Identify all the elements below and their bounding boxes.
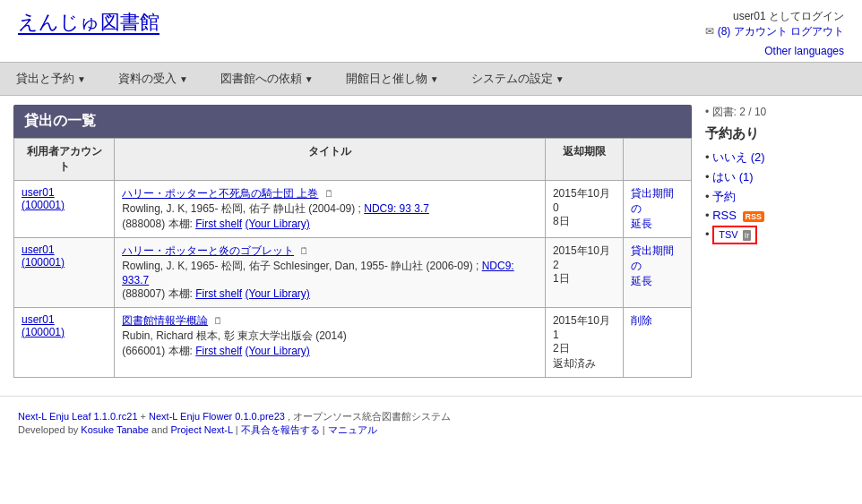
user-link-1[interactable]: user01: [22, 186, 55, 199]
footer-developed-by: Developed by: [18, 424, 81, 435]
book-icon-1: 🗒: [324, 188, 334, 199]
nav-arrow-settings: ▼: [556, 74, 565, 84]
user-id-link-1[interactable]: (100001): [22, 199, 65, 211]
cell-user-3: user01 (100001): [14, 308, 115, 378]
sidebar-counter: 図書: 2 / 10: [705, 105, 849, 120]
table-header-row: 利用者アカウント タイトル 返却期限: [14, 139, 692, 181]
due-date-1: 2015年10月08日: [553, 187, 610, 227]
user-id-link-2[interactable]: (100001): [22, 256, 65, 269]
sidebar-link-yes[interactable]: はい (1): [712, 170, 754, 184]
book-icon-3: 🗒: [213, 315, 223, 326]
shelf-link-1[interactable]: First shelf: [195, 218, 242, 230]
action-link-3[interactable]: 削除: [631, 314, 652, 327]
col-header-user: 利用者アカウント: [14, 139, 115, 181]
nav-item-acquisitions[interactable]: 資料の受入 ▼: [102, 66, 204, 91]
ndc-link-1[interactable]: NDC9: 93 3.7: [364, 202, 429, 215]
user-links-line: ✉ (8) アカウント ログアウト: [705, 24, 844, 39]
nav-arrow-events: ▼: [430, 74, 439, 84]
enju-leaf-link[interactable]: Next-L Enju Leaf 1.1.0.rc21: [18, 411, 138, 422]
cell-due-3: 2015年10月12日返却済み: [545, 308, 623, 378]
nav-item-settings[interactable]: システムの設定 ▼: [455, 66, 581, 91]
nav-bar: 貸出と予約 ▼ 資料の受入 ▼ 図書館への依頼 ▼ 開館日と催し物 ▼ システム…: [0, 62, 862, 96]
nav-arrow-acquisitions: ▼: [179, 74, 188, 84]
content-area: 貸出の一覧 利用者アカウント タイトル 返却期限 user01 (100001): [13, 105, 692, 378]
sidebar-link-tsv[interactable]: TSV Ir: [712, 226, 757, 244]
library-link-1[interactable]: (Your Library): [246, 218, 310, 230]
logout-link[interactable]: ログアウト: [790, 25, 844, 38]
nav-item-loans[interactable]: 貸出と予約 ▼: [0, 66, 102, 91]
sidebar-item-yes: はい (1): [705, 169, 849, 185]
table-row: user01 (100001) ハリー・ポッターと不死鳥の騎士団 上巻 🗒 Ro…: [14, 181, 692, 238]
messages-link[interactable]: (8): [718, 25, 731, 38]
title-link-3[interactable]: 図書館情報学概論: [122, 314, 208, 327]
site-title-link[interactable]: えんじゅ図書館: [18, 11, 159, 35]
sidebar-link-reserve[interactable]: 予約: [712, 190, 736, 203]
action-link-2[interactable]: 貸出期間の延長: [631, 244, 674, 287]
account-link[interactable]: アカウント: [734, 25, 788, 38]
footer-and: and: [151, 424, 170, 435]
sidebar-item-no: いいえ (2): [705, 149, 849, 166]
sidebar-heading: 予約あり: [705, 125, 849, 142]
kosuke-link[interactable]: Kosuke Tanabe: [81, 424, 149, 435]
item-info-3: (666001) 本棚:: [122, 345, 195, 357]
report-link[interactable]: 不具合を報告する: [241, 424, 320, 435]
title-link-1[interactable]: ハリー・ポッターと不死鳥の騎士団 上巻: [122, 187, 318, 200]
sidebar-item-reserve: 予約: [705, 189, 849, 205]
user-link-3[interactable]: user01: [22, 313, 55, 326]
nav-item-events[interactable]: 開館日と催し物 ▼: [330, 66, 455, 91]
footer-mid-text: , オープンソース統合図書館システム: [288, 411, 451, 422]
due-date-2: 2015年10月21日: [553, 244, 610, 285]
table-row: user01 (100001) 図書館情報学概論 🗒 Rubin, Richar…: [14, 308, 692, 378]
tsv-label: TSV: [719, 229, 737, 240]
col-header-title: タイトル: [115, 139, 546, 181]
nav-label-acquisitions: 資料の受入: [118, 71, 177, 87]
nav-label-requests: 図書館への依頼: [220, 71, 302, 87]
shelf-link-2[interactable]: First shelf: [195, 287, 242, 300]
cell-title-3: 図書館情報学概論 🗒 Rubin, Richard 根本, 彰 東京大学出版会 …: [115, 308, 546, 378]
sidebar-link-no[interactable]: いいえ (2): [712, 150, 765, 164]
nav-arrow-requests: ▼: [305, 74, 314, 84]
manual-link[interactable]: マニュアル: [328, 424, 377, 435]
cell-title-1: ハリー・ポッターと不死鳥の騎士団 上巻 🗒 Rowling, J. K, 196…: [115, 181, 546, 238]
shelf-link-3[interactable]: First shelf: [195, 345, 242, 357]
enju-flower-link[interactable]: Next-L Enju Flower 0.1.0.pre23: [149, 411, 285, 422]
sidebar-item-tsv: TSV Ir: [705, 226, 849, 244]
nav-label-settings: システムの設定: [471, 71, 553, 87]
title-link-2[interactable]: ハリー・ポッターと炎のゴブレット: [122, 244, 294, 257]
project-link[interactable]: Project Next-L: [170, 424, 232, 435]
footer-plus: +: [141, 411, 149, 422]
cell-action-2: 貸出期間の延長: [623, 238, 691, 308]
nav-item-requests[interactable]: 図書館への依頼 ▼: [204, 66, 330, 91]
nav-arrow-loans: ▼: [77, 74, 86, 84]
library-link-3[interactable]: (Your Library): [246, 345, 310, 357]
other-languages-link[interactable]: Other languages: [764, 45, 844, 57]
footer-line-1: Next-L Enju Leaf 1.1.0.rc21 + Next-L Enj…: [18, 410, 844, 423]
cell-title-2: ハリー・ポッターと炎のゴブレット 🗒 Rowling, J. K, 1965- …: [115, 238, 546, 308]
due-date-3: 2015年10月12日返却済み: [553, 314, 610, 370]
tsv-icon: Ir: [743, 230, 752, 241]
item-info-1: (888008) 本棚:: [122, 218, 195, 230]
user-id-link-3[interactable]: (100001): [22, 326, 65, 338]
other-languages-bar: Other languages: [0, 44, 862, 57]
user-login-line: user01 としてログイン: [705, 9, 844, 24]
nav-label-loans: 貸出と予約: [16, 71, 74, 87]
cell-action-3: 削除: [623, 308, 691, 378]
user-link-2[interactable]: user01: [22, 243, 55, 256]
sidebar: 図書: 2 / 10 予約あり いいえ (2) はい (1) 予約 RSS RS…: [705, 105, 849, 378]
item-info-2: (888007) 本棚:: [122, 287, 195, 300]
book-icon-2: 🗒: [299, 245, 309, 256]
sidebar-link-rss[interactable]: RSS: [712, 209, 737, 222]
username: user01: [733, 10, 766, 22]
table-row: user01 (100001) ハリー・ポッターと炎のゴブレット 🗒 Rowli…: [14, 238, 692, 308]
cell-due-1: 2015年10月08日: [545, 181, 623, 238]
main-area: 貸出の一覧 利用者アカウント タイトル 返却期限 user01 (100001): [0, 96, 862, 387]
header: えんじゅ図書館 user01 としてログイン ✉ (8) アカウント ログアウト: [0, 0, 862, 44]
site-title: えんじゅ図書館: [18, 9, 159, 36]
col-header-action: [623, 139, 691, 181]
cell-user-1: user01 (100001): [14, 181, 115, 238]
section-title: 貸出の一覧: [13, 105, 692, 138]
cell-user-2: user01 (100001): [14, 238, 115, 308]
action-link-1[interactable]: 貸出期間の延長: [631, 187, 674, 230]
author-info-2: Rowling, J. K, 1965- 松岡, 佑子 Schlesinger,…: [122, 260, 482, 272]
library-link-2[interactable]: (Your Library): [246, 287, 310, 300]
